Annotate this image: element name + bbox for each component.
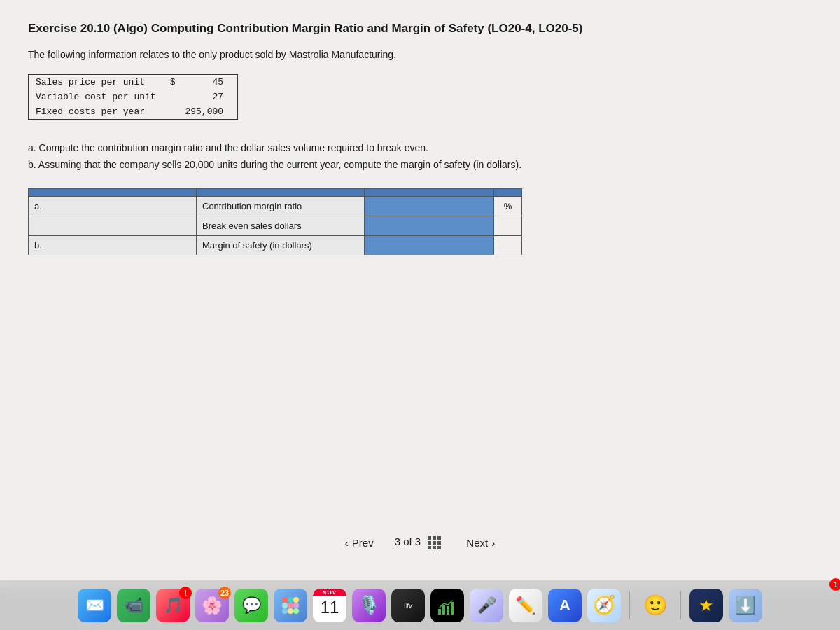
- contribution-input-cell[interactable]: [365, 196, 494, 216]
- dock-item-facetime[interactable]: 📹: [117, 589, 150, 622]
- music-icon: 🎵: [164, 596, 183, 615]
- header-cell-2: [197, 188, 365, 196]
- exercise-title: Exercise 20.10 (Algo) Computing Contribu…: [28, 21, 812, 36]
- prev-button[interactable]: ‹ Prev: [345, 537, 374, 549]
- dock-item-siri[interactable]: 🎤: [470, 589, 503, 622]
- siri-icon: 🎤: [477, 596, 496, 615]
- contribution-input[interactable]: [370, 201, 488, 211]
- header-cell-3: [365, 188, 494, 196]
- podcast-icon: 🎙️: [358, 594, 380, 616]
- variable-value: 27: [178, 90, 230, 104]
- breakeven-input-cell[interactable]: [365, 216, 494, 235]
- safety-label: Margin of safety (in dollars): [197, 235, 365, 255]
- stocks-icon: [437, 595, 458, 616]
- table-row-variable: Variable cost per unit 27: [29, 90, 230, 104]
- dock-item-podcasts[interactable]: 🎙️: [352, 589, 386, 622]
- flower-badge: 23: [218, 587, 231, 599]
- next-arrow-icon: ›: [491, 537, 495, 549]
- table-row-sales: Sales price per unit $ 45: [29, 75, 230, 90]
- dock-item-finder[interactable]: 🙂: [638, 589, 672, 622]
- arrow-icon: ⬇️: [735, 596, 756, 615]
- dock-item-safari[interactable]: 🧭: [587, 589, 621, 622]
- instruction-a: a. Compute the contribution margin ratio…: [28, 140, 812, 155]
- answer-row-contribution: a. Contribution margin ratio %: [29, 196, 522, 216]
- dock: ✉️ 📹 🎵 ! 🌸 23 💬 NOV 11 🎙️: [0, 580, 840, 630]
- dock-item-star[interactable]: ★: [690, 589, 723, 622]
- header-cell-1: [29, 188, 197, 196]
- dock-item-calendar[interactable]: NOV 11: [313, 589, 346, 622]
- calendar-month: NOV: [313, 589, 346, 596]
- answer-table-container: a. Contribution margin ratio % Break eve…: [28, 188, 812, 255]
- svg-point-2: [293, 597, 299, 603]
- fixed-value: 295,000: [178, 104, 230, 119]
- text-icon: A: [559, 596, 570, 615]
- instructions: a. Compute the contribution margin ratio…: [28, 140, 812, 173]
- main-content: Exercise 20.10 (Algo) Computing Contribu…: [0, 0, 840, 588]
- flower-icon: 🌸: [202, 596, 223, 615]
- svg-point-3: [282, 603, 288, 608]
- grid-icon: [428, 536, 441, 550]
- contribution-label: Contribution margin ratio: [197, 196, 365, 216]
- dock-item-messages[interactable]: 💬: [234, 589, 268, 622]
- svg-point-7: [288, 608, 293, 614]
- percent-label: %: [494, 196, 522, 216]
- svg-point-0: [282, 597, 288, 603]
- dock-item-appletv[interactable]: tv: [391, 589, 425, 622]
- dock-item-arrow[interactable]: ⬇️: [729, 589, 762, 622]
- dock-item-text[interactable]: A 1: [548, 589, 582, 622]
- breakeven-suffix: [494, 216, 522, 235]
- dock-item-pencil[interactable]: ✏️: [509, 589, 542, 622]
- prev-arrow-icon: ‹: [345, 537, 349, 549]
- svg-point-8: [293, 608, 299, 614]
- header-cell-4: [494, 188, 522, 196]
- table-header-row: [29, 188, 522, 196]
- page-indicator: 3 of 3: [395, 536, 446, 550]
- exercise-description: The following information relates to the…: [28, 49, 812, 60]
- messages-icon: 💬: [242, 596, 261, 615]
- svg-point-6: [282, 608, 288, 614]
- answer-row-safety: b. Margin of safety (in dollars): [29, 235, 522, 255]
- safety-input-cell[interactable]: [365, 235, 494, 255]
- text-badge: 1: [830, 578, 840, 591]
- next-button[interactable]: Next ›: [466, 537, 495, 549]
- info-table: Sales price per unit $ 45 Variable cost …: [28, 74, 238, 120]
- safety-input[interactable]: [370, 240, 488, 251]
- svg-point-4: [288, 603, 293, 608]
- pencil-icon: ✏️: [515, 596, 536, 615]
- dock-item-stocks[interactable]: [430, 589, 464, 622]
- variable-dollar: [163, 90, 178, 104]
- breakeven-input[interactable]: [370, 220, 488, 231]
- dock-item-launchpad[interactable]: [274, 589, 307, 622]
- facetime-icon: 📹: [125, 596, 144, 615]
- dock-separator: [629, 592, 630, 620]
- sales-label: Sales price per unit: [29, 75, 163, 90]
- music-badge: !: [179, 587, 192, 599]
- row-part-break: [29, 216, 197, 235]
- dock-item-music[interactable]: 🎵 !: [156, 589, 190, 622]
- prev-label: Prev: [352, 537, 374, 549]
- svg-rect-10: [442, 605, 445, 615]
- dock-item-mail[interactable]: ✉️: [78, 589, 111, 622]
- row-part-b: b.: [29, 235, 197, 255]
- svg-point-1: [288, 597, 293, 603]
- calendar-day: 11: [321, 596, 340, 618]
- safety-suffix: [494, 235, 522, 255]
- fixed-dollar: [163, 104, 178, 119]
- appletv-icon: tv: [404, 601, 412, 610]
- svg-rect-11: [447, 606, 449, 615]
- star-icon: ★: [699, 596, 714, 615]
- answer-table: a. Contribution margin ratio % Break eve…: [28, 188, 522, 255]
- row-part-a: a.: [29, 196, 197, 216]
- safari-icon: 🧭: [593, 594, 615, 616]
- next-label: Next: [466, 537, 488, 549]
- svg-rect-9: [438, 609, 441, 615]
- breakeven-label: Break even sales dollars: [197, 216, 365, 235]
- mail-icon: ✉️: [85, 596, 104, 615]
- fixed-label: Fixed costs per year: [29, 104, 163, 119]
- sales-value: 45: [178, 75, 230, 90]
- launchpad-icon: [281, 596, 300, 615]
- svg-point-5: [293, 603, 299, 608]
- dock-item-flower[interactable]: 🌸 23: [195, 589, 229, 622]
- dollar-sign: $: [163, 75, 178, 90]
- dock-separator-2: [680, 592, 681, 620]
